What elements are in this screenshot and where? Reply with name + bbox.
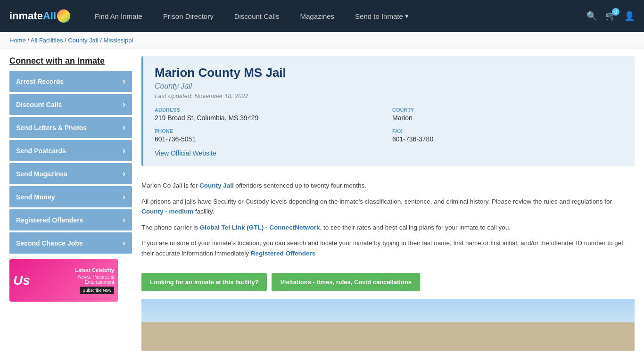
breadcrumb-mississippi[interactable]: Mississippi (103, 37, 133, 44)
facility-name: Marion County MS Jail (155, 66, 623, 80)
cart-wrapper[interactable]: 🛒 0 (605, 11, 616, 21)
desc-para1: Marion Co Jail is for County Jail offend… (141, 181, 635, 191)
county-medium-link[interactable]: County - medium (141, 208, 193, 215)
fax-label: FAX (392, 128, 623, 134)
county-value: Marion (392, 114, 623, 122)
registered-offenders-link[interactable]: Registered Offenders (251, 250, 315, 257)
sidebar-arrow-icon: › (123, 76, 125, 86)
county-block: COUNTY Marion (392, 107, 623, 122)
facility-description: Marion Co Jail is for County Jail offend… (141, 176, 635, 269)
action-buttons: Looking for an inmate at this facility? … (141, 273, 635, 291)
search-icon[interactable]: 🔍 (586, 11, 597, 21)
nav-send-inmate[interactable]: Send to Inmate ▾ (345, 12, 419, 20)
sidebar-btn-send-magazines[interactable]: Send Magazines › (9, 163, 132, 184)
ad-subscribe-btn[interactable]: Subscribe Now (80, 287, 114, 294)
sidebar-arrow-icon: › (123, 169, 125, 179)
phone-value: 601-736-5051 (155, 135, 386, 143)
county-label: COUNTY (392, 107, 623, 113)
sidebar-arrow-icon: › (123, 238, 125, 248)
desc-para3: The phone carrier is Global Tel Link (GT… (141, 222, 635, 233)
logo-icon (57, 9, 70, 23)
sidebar-btn-arrest-records[interactable]: Arrest Records › (9, 71, 132, 92)
desc-para4: If you are unsure of your inmate's locat… (141, 238, 635, 258)
facility-info-grid: ADDRESS 219 Broad St, Columbia, MS 39429… (155, 107, 623, 143)
sidebar-btn-label: Second Chance Jobs (16, 239, 83, 247)
nav-discount-calls[interactable]: Discount Calls (224, 12, 290, 20)
ad-logo: Us (13, 273, 30, 288)
facility-image (141, 299, 635, 351)
phone-label: PHONE (155, 128, 386, 134)
sidebar-btn-label: Arrest Records (16, 78, 64, 85)
sidebar-arrow-icon: › (123, 146, 125, 156)
breadcrumb: Home / All Facilities / County Jail / Mi… (0, 32, 644, 49)
county-jail-link1[interactable]: County Jail (199, 182, 234, 189)
facility-type: County Jail (155, 82, 623, 90)
fax-block: FAX 601-736-3780 (392, 128, 623, 143)
sidebar-btn-label: Send Money (16, 193, 55, 201)
gtl-link[interactable]: Global Tel Link (GTL) - ConnectNetwork (200, 224, 320, 231)
dropdown-arrow-icon: ▾ (405, 12, 409, 20)
phone-block: PHONE 601-736-5051 (155, 128, 386, 143)
fax-value: 601-736-3780 (392, 135, 623, 143)
main-nav: Find An Inmate Prison Directory Discount… (84, 12, 586, 20)
sidebar-btn-label: Send Letters & Photos (16, 124, 87, 132)
sidebar-btn-registered-offenders[interactable]: Registered Offenders › (9, 209, 132, 230)
logo[interactable]: inmateAll (9, 9, 70, 23)
building-silhouette (141, 322, 635, 351)
sidebar-arrow-icon: › (123, 99, 125, 109)
nav-magazines[interactable]: Magazines (290, 12, 345, 20)
header-actions: 🔍 🛒 0 👤 (586, 11, 635, 21)
main-container: Connect with an Inmate Arrest Records › … (0, 49, 644, 358)
sidebar-title: Connect with an Inmate (9, 56, 132, 66)
ad-text: Latest Celebrity News, Pictures & Entert… (75, 267, 114, 294)
sidebar-btn-send-letters[interactable]: Send Letters & Photos › (9, 117, 132, 138)
cart-badge: 0 (612, 8, 619, 16)
nav-send-inmate-label: Send to Inmate (355, 12, 403, 20)
sidebar-btn-send-postcards[interactable]: Send Postcards › (9, 140, 132, 161)
site-header: inmateAll Find An Inmate Prison Director… (0, 0, 644, 32)
sidebar-arrow-icon: › (123, 123, 125, 132)
ad-line3: Entertainment (75, 280, 114, 285)
user-icon[interactable]: 👤 (624, 11, 635, 21)
logo-text: inmate (9, 10, 43, 22)
sidebar-btn-send-money[interactable]: Send Money › (9, 186, 132, 207)
sidebar-btn-second-chance[interactable]: Second Chance Jobs › (9, 232, 132, 254)
sidebar-btn-label: Send Magazines (16, 170, 67, 178)
ad-line1: Latest Celebrity (75, 267, 114, 273)
address-value: 219 Broad St, Columbia, MS 39429 (155, 114, 386, 122)
ad-line2: News, Pictures & (75, 274, 114, 280)
sidebar-btn-label: Registered Offenders (16, 216, 83, 224)
official-website-link[interactable]: View Official Website (155, 149, 216, 157)
sidebar-arrow-icon: › (123, 192, 125, 202)
breadcrumb-home[interactable]: Home (9, 37, 26, 44)
breadcrumb-county-jail[interactable]: County Jail (68, 37, 98, 44)
facility-card: Marion County MS Jail County Jail Last U… (141, 56, 635, 166)
logo-all: All (43, 10, 56, 22)
address-label: ADDRESS (155, 107, 386, 113)
nav-find-inmate[interactable]: Find An Inmate (84, 12, 153, 20)
address-block: ADDRESS 219 Broad St, Columbia, MS 39429 (155, 107, 386, 122)
visitations-btn[interactable]: Visitations - times, rules, Covid cancel… (272, 273, 420, 291)
sidebar-btn-label: Discount Calls (16, 101, 62, 108)
breadcrumb-all-facilities[interactable]: All Facilities (31, 37, 63, 44)
sidebar-arrow-icon: › (123, 215, 125, 225)
find-inmate-btn[interactable]: Looking for an inmate at this facility? (141, 273, 267, 291)
sidebar: Connect with an Inmate Arrest Records › … (9, 56, 132, 351)
main-content: Marion County MS Jail County Jail Last U… (141, 56, 635, 351)
sidebar-btn-discount-calls[interactable]: Discount Calls › (9, 94, 132, 115)
facility-updated: Last Updated: November 18, 2022 (155, 92, 623, 99)
desc-para2: All prisons and jails have Security or C… (141, 197, 635, 217)
sidebar-ad[interactable]: Us Latest Celebrity News, Pictures & Ent… (9, 259, 118, 302)
sidebar-btn-label: Send Postcards (16, 147, 66, 155)
nav-prison-dir[interactable]: Prison Directory (153, 12, 224, 20)
